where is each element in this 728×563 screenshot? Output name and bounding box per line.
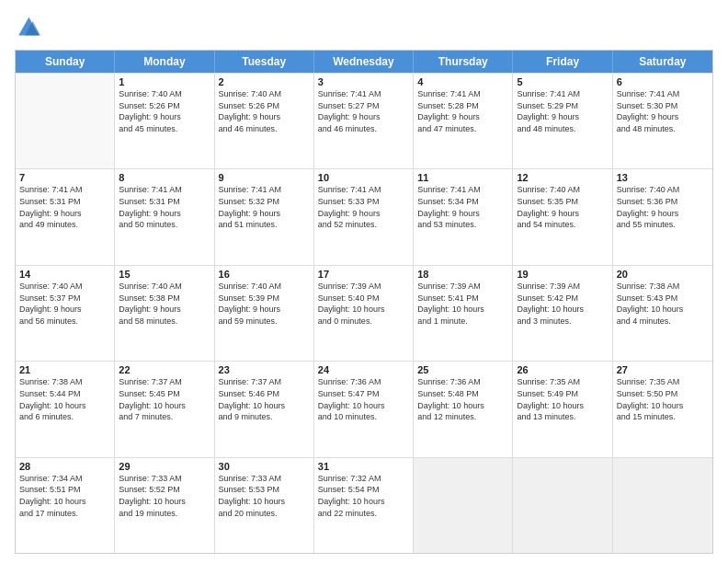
daylight-line1: Daylight: 10 hours	[119, 401, 210, 412]
day-number: 8	[119, 172, 210, 183]
day-cell-24: 24Sunrise: 7:36 AMSunset: 5:47 PMDayligh…	[314, 362, 414, 456]
day-number: 29	[119, 461, 210, 472]
day-header-monday: Monday	[115, 51, 214, 73]
daylight-line2: and 7 minutes.	[119, 412, 210, 423]
day-cell-29: 29Sunrise: 7:33 AMSunset: 5:52 PMDayligh…	[115, 458, 214, 553]
daylight-line1: Daylight: 10 hours	[219, 497, 310, 508]
day-number: 23	[219, 364, 310, 375]
day-cell-31: 31Sunrise: 7:32 AMSunset: 5:54 PMDayligh…	[314, 458, 414, 553]
cell-info: Sunset: 5:54 PM	[318, 485, 409, 496]
cell-info: Sunrise: 7:40 AM	[517, 185, 608, 196]
day-number: 10	[318, 172, 409, 183]
header	[15, 15, 713, 40]
day-number: 26	[517, 364, 608, 375]
day-number: 20	[617, 269, 709, 280]
day-number: 19	[517, 269, 608, 280]
daylight-line2: and 4 minutes.	[617, 316, 709, 327]
calendar-row-5: 28Sunrise: 7:34 AMSunset: 5:51 PMDayligh…	[16, 457, 712, 553]
daylight-line1: Daylight: 10 hours	[19, 401, 110, 412]
day-cell-1: 1Sunrise: 7:40 AMSunset: 5:26 PMDaylight…	[115, 74, 214, 168]
calendar-row-1: 1Sunrise: 7:40 AMSunset: 5:26 PMDaylight…	[16, 73, 712, 168]
cell-info: Sunrise: 7:41 AM	[318, 89, 409, 100]
day-number: 15	[119, 269, 210, 280]
cell-info: Sunrise: 7:39 AM	[318, 282, 409, 293]
day-number: 31	[318, 461, 409, 472]
daylight-line1: Daylight: 9 hours	[219, 209, 310, 220]
daylight-line2: and 19 minutes.	[119, 509, 210, 520]
cell-info: Sunset: 5:30 PM	[617, 101, 709, 112]
day-cell-18: 18Sunrise: 7:39 AMSunset: 5:41 PMDayligh…	[414, 266, 513, 361]
cell-info: Sunrise: 7:36 AM	[318, 377, 409, 388]
cell-info: Sunset: 5:27 PM	[318, 101, 409, 112]
daylight-line1: Daylight: 10 hours	[219, 401, 310, 412]
daylight-line2: and 59 minutes.	[219, 316, 310, 327]
day-number: 28	[19, 461, 110, 472]
day-number: 25	[417, 364, 508, 375]
cell-info: Sunrise: 7:41 AM	[417, 185, 508, 196]
cell-info: Sunset: 5:36 PM	[617, 197, 709, 208]
day-cell-22: 22Sunrise: 7:37 AMSunset: 5:45 PMDayligh…	[115, 362, 214, 456]
daylight-line1: Daylight: 10 hours	[318, 304, 409, 316]
calendar-header: SundayMondayTuesdayWednesdayThursdayFrid…	[16, 51, 712, 73]
logo	[15, 15, 44, 40]
day-cell-15: 15Sunrise: 7:40 AMSunset: 5:38 PMDayligh…	[115, 266, 214, 361]
day-header-tuesday: Tuesday	[215, 51, 314, 73]
cell-info: Sunrise: 7:33 AM	[119, 474, 210, 485]
daylight-line1: Daylight: 10 hours	[119, 497, 210, 508]
daylight-line1: Daylight: 9 hours	[119, 304, 210, 316]
cell-info: Sunset: 5:46 PM	[219, 389, 310, 400]
day-number: 4	[417, 76, 508, 87]
day-cell-23: 23Sunrise: 7:37 AMSunset: 5:46 PMDayligh…	[215, 362, 314, 456]
day-cell-7: 7Sunrise: 7:41 AMSunset: 5:31 PMDaylight…	[16, 169, 115, 264]
cell-info: Sunset: 5:48 PM	[417, 389, 508, 400]
daylight-line2: and 49 minutes.	[19, 220, 110, 231]
daylight-line2: and 17 minutes.	[19, 509, 110, 520]
day-cell-25: 25Sunrise: 7:36 AMSunset: 5:48 PMDayligh…	[414, 362, 513, 456]
day-header-saturday: Saturday	[613, 51, 712, 73]
cell-info: Sunset: 5:43 PM	[617, 293, 709, 304]
cell-info: Sunset: 5:38 PM	[119, 293, 210, 304]
day-cell-26: 26Sunrise: 7:35 AMSunset: 5:49 PMDayligh…	[513, 362, 612, 456]
day-header-thursday: Thursday	[414, 51, 513, 73]
cell-info: Sunset: 5:34 PM	[417, 197, 508, 208]
cell-info: Sunrise: 7:37 AM	[119, 377, 210, 388]
daylight-line2: and 48 minutes.	[617, 124, 709, 135]
daylight-line2: and 12 minutes.	[417, 412, 508, 423]
day-cell-30: 30Sunrise: 7:33 AMSunset: 5:53 PMDayligh…	[215, 458, 314, 553]
day-cell-10: 10Sunrise: 7:41 AMSunset: 5:33 PMDayligh…	[314, 169, 414, 264]
cell-info: Sunset: 5:47 PM	[318, 389, 409, 400]
daylight-line1: Daylight: 10 hours	[517, 304, 608, 316]
day-number: 18	[417, 269, 508, 280]
cell-info: Sunset: 5:44 PM	[19, 389, 110, 400]
day-number: 14	[19, 269, 110, 280]
daylight-line1: Daylight: 9 hours	[318, 112, 409, 123]
daylight-line2: and 47 minutes.	[417, 124, 508, 135]
cell-info: Sunrise: 7:41 AM	[119, 185, 210, 196]
cell-info: Sunrise: 7:35 AM	[517, 377, 608, 388]
daylight-line2: and 56 minutes.	[19, 316, 110, 327]
daylight-line2: and 15 minutes.	[617, 412, 709, 423]
cell-info: Sunset: 5:39 PM	[219, 293, 310, 304]
daylight-line2: and 50 minutes.	[119, 220, 210, 231]
cell-info: Sunrise: 7:40 AM	[19, 282, 110, 293]
cell-info: Sunrise: 7:40 AM	[119, 89, 210, 100]
day-number: 12	[517, 172, 608, 183]
daylight-line2: and 46 minutes.	[318, 124, 409, 135]
cell-info: Sunset: 5:41 PM	[417, 293, 508, 304]
day-cell-11: 11Sunrise: 7:41 AMSunset: 5:34 PMDayligh…	[414, 169, 513, 264]
cell-info: Sunrise: 7:33 AM	[219, 474, 310, 485]
daylight-line1: Daylight: 10 hours	[417, 401, 508, 412]
calendar: SundayMondayTuesdayWednesdayThursdayFrid…	[15, 50, 713, 554]
day-number: 1	[119, 76, 210, 87]
daylight-line2: and 10 minutes.	[318, 412, 409, 423]
day-number: 3	[318, 76, 409, 87]
cell-info: Sunrise: 7:40 AM	[119, 282, 210, 293]
cell-info: Sunset: 5:35 PM	[517, 197, 608, 208]
day-cell-2: 2Sunrise: 7:40 AMSunset: 5:26 PMDaylight…	[215, 74, 314, 168]
day-number: 17	[318, 269, 409, 280]
day-number: 22	[119, 364, 210, 375]
daylight-line2: and 51 minutes.	[219, 220, 310, 231]
daylight-line1: Daylight: 9 hours	[517, 209, 608, 220]
daylight-line1: Daylight: 9 hours	[417, 209, 508, 220]
cell-info: Sunrise: 7:32 AM	[318, 474, 409, 485]
